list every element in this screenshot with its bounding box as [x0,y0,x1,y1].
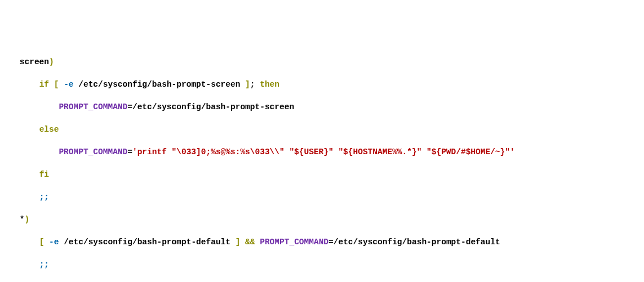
code-line: screen) [0,56,644,68]
variable: PROMPT_COMMAND [59,102,127,111]
equals: = [127,147,132,156]
indent [0,193,39,202]
code-line: ;; [0,191,644,203]
variable: PROMPT_COMMAND [59,147,127,156]
flag: -e [64,80,73,89]
indent [0,170,39,179]
space [44,238,49,247]
indent [0,260,39,269]
space [59,238,64,247]
paren: ) [25,215,30,224]
code-line: if [ -e /etc/sysconfig/bash-prompt-scree… [0,79,644,90]
space [49,80,54,89]
path: /etc/sysconfig/bash-prompt-default [334,238,500,247]
keyword-if: if [39,80,49,89]
string-literal: 'printf "\033]0;%s@%s:%s\033\\" "${USER}… [132,147,515,156]
indent [0,238,39,247]
space [74,80,79,89]
keyword-else: else [39,125,59,134]
path: /etc/sysconfig/bash-prompt-screen [132,102,294,111]
case-label: * [20,215,25,224]
indent [0,147,59,156]
indent [0,215,20,224]
variable: PROMPT_COMMAND [260,238,328,247]
code-viewer[interactable]: screen) if [ -e /etc/sysconfig/bash-prom… [0,45,644,282]
equals: = [127,102,132,111]
indent [0,102,59,111]
code-line: [ -e /etc/sysconfig/bash-prompt-default … [0,236,644,248]
paren: ) [49,57,54,66]
indent [0,57,20,66]
code-line: PROMPT_COMMAND='printf "\033]0;%s@%s:%s\… [0,146,644,158]
equals: = [328,238,334,247]
operator-and: && [245,238,255,247]
space [255,80,260,89]
indent [0,80,39,89]
space [230,238,236,247]
space [59,80,64,89]
space [240,80,245,89]
code-line: else [0,124,644,135]
space [240,238,245,247]
bracket: ] [245,80,250,89]
path: /etc/sysconfig/bash-prompt-screen [78,80,240,89]
indent [0,125,39,134]
code-line: fi [0,169,644,180]
semi: ; [250,80,255,89]
keyword-then: then [260,80,279,89]
double-semi: ;; [39,260,49,269]
space [255,238,260,247]
code-line: *) [0,214,644,225]
code-line: PROMPT_COMMAND=/etc/sysconfig/bash-promp… [0,101,644,113]
path: /etc/sysconfig/bash-prompt-default [64,238,230,247]
double-semi: ;; [39,193,49,202]
code-line: ;; [0,259,644,270]
case-label: screen [20,57,49,66]
flag: -e [49,238,59,247]
keyword-fi: fi [39,170,49,179]
